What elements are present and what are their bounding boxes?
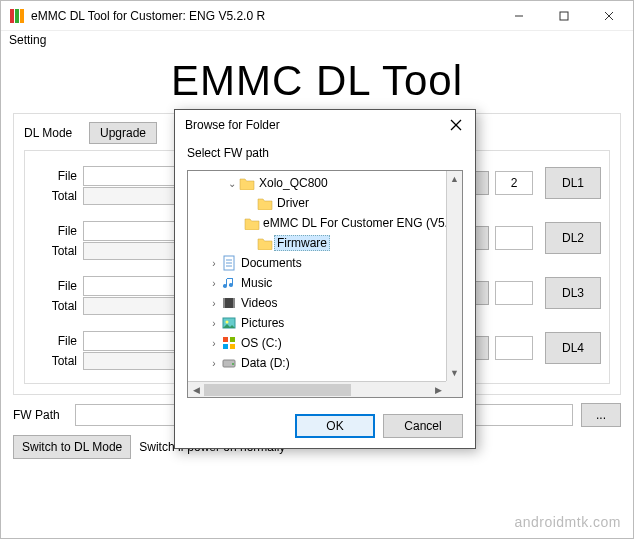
tree-item-label: Documents bbox=[238, 255, 305, 271]
tree-item-label: Driver bbox=[274, 195, 312, 211]
tree-item-label: Xolo_QC800 bbox=[256, 175, 331, 191]
folder-tree: ⌄Xolo_QC800DrivereMMC DL For Customer EN… bbox=[187, 170, 463, 398]
dl1-button[interactable]: DL1 bbox=[545, 167, 601, 199]
svg-rect-1 bbox=[15, 9, 19, 23]
svg-rect-20 bbox=[223, 344, 228, 349]
cancel-button[interactable]: Cancel bbox=[383, 414, 463, 438]
hscroll-thumb[interactable] bbox=[204, 384, 351, 396]
tree-item[interactable]: Driver bbox=[190, 193, 444, 213]
tree-item[interactable]: eMMC DL For Customer ENG (V5.2.0 bbox=[190, 213, 444, 233]
dl3-button[interactable]: DL3 bbox=[545, 277, 601, 309]
menu-setting[interactable]: Setting bbox=[9, 33, 46, 47]
tree-item-label: OS (C:) bbox=[238, 335, 285, 351]
window-title: eMMC DL Tool for Customer: ENG V5.2.0 R bbox=[31, 9, 496, 23]
ok-button[interactable]: OK bbox=[295, 414, 375, 438]
folder-icon bbox=[256, 237, 274, 250]
scroll-up-icon[interactable]: ▲ bbox=[447, 171, 462, 187]
expand-arrow-icon[interactable]: › bbox=[208, 318, 220, 329]
tree-item-label: Pictures bbox=[238, 315, 287, 331]
video-icon bbox=[220, 295, 238, 311]
fw-path-label: FW Path bbox=[13, 408, 67, 422]
pic-icon bbox=[220, 315, 238, 331]
port-box-1: 2 bbox=[495, 171, 533, 195]
port-box-4 bbox=[495, 336, 533, 360]
expand-arrow-icon[interactable]: › bbox=[208, 358, 220, 369]
dl-mode-label: DL Mode bbox=[24, 126, 79, 140]
tree-item[interactable]: ›Videos bbox=[190, 293, 444, 313]
folder-icon bbox=[238, 177, 256, 190]
switch-mode-button[interactable]: Switch to DL Mode bbox=[13, 435, 131, 459]
minimize-button[interactable] bbox=[496, 1, 541, 31]
tree-item[interactable]: ›Documents bbox=[190, 253, 444, 273]
svg-rect-19 bbox=[230, 337, 235, 342]
close-button[interactable] bbox=[586, 1, 631, 31]
dl2-button[interactable]: DL2 bbox=[545, 222, 601, 254]
file-label: File bbox=[33, 334, 83, 348]
expand-arrow-icon[interactable]: ⌄ bbox=[226, 178, 238, 189]
tree-item-label: Data (D:) bbox=[238, 355, 293, 371]
maximize-button[interactable] bbox=[541, 1, 586, 31]
total-label: Total bbox=[33, 189, 83, 203]
tree-item[interactable]: ⌄Xolo_QC800 bbox=[190, 173, 444, 193]
scroll-right-icon[interactable]: ▶ bbox=[430, 382, 446, 397]
tree-item-label: eMMC DL For Customer ENG (V5.2.0 bbox=[260, 215, 446, 231]
doc-icon bbox=[220, 255, 238, 271]
file-label: File bbox=[33, 279, 83, 293]
tree-item[interactable]: Firmware bbox=[190, 233, 444, 253]
svg-point-17 bbox=[226, 321, 229, 324]
tree-vscrollbar[interactable]: ▲ ▼ bbox=[446, 171, 462, 381]
tree-item[interactable]: ›Data (D:) bbox=[190, 353, 444, 373]
expand-arrow-icon[interactable]: › bbox=[208, 278, 220, 289]
tree-hscrollbar[interactable]: ◀ ▶ bbox=[188, 381, 446, 397]
dialog-close-button[interactable] bbox=[441, 112, 471, 138]
tree-item-label: Videos bbox=[238, 295, 280, 311]
svg-rect-4 bbox=[560, 12, 568, 20]
file-label: File bbox=[33, 224, 83, 238]
tree-item[interactable]: ›Music bbox=[190, 273, 444, 293]
watermark: androidmtk.com bbox=[514, 514, 621, 530]
svg-rect-18 bbox=[223, 337, 228, 342]
titlebar: eMMC DL Tool for Customer: ENG V5.2.0 R bbox=[1, 1, 633, 31]
svg-rect-15 bbox=[233, 298, 235, 308]
file-label: File bbox=[33, 169, 83, 183]
tree-item[interactable]: ›OS (C:) bbox=[190, 333, 444, 353]
dialog-title: Browse for Folder bbox=[185, 118, 441, 132]
tree-item-label: Music bbox=[238, 275, 275, 291]
tree-item[interactable]: ›Pictures bbox=[190, 313, 444, 333]
svg-rect-14 bbox=[223, 298, 225, 308]
expand-arrow-icon[interactable]: › bbox=[208, 298, 220, 309]
drive-icon bbox=[220, 355, 238, 371]
menubar: Setting bbox=[1, 31, 633, 51]
scroll-corner bbox=[446, 381, 462, 397]
expand-arrow-icon[interactable]: › bbox=[208, 258, 220, 269]
main-title: EMMC DL Tool bbox=[13, 57, 621, 105]
browse-folder-dialog: Browse for Folder Select FW path ⌄Xolo_Q… bbox=[174, 109, 476, 449]
dl4-button[interactable]: DL4 bbox=[545, 332, 601, 364]
expand-arrow-icon[interactable]: › bbox=[208, 338, 220, 349]
svg-rect-21 bbox=[230, 344, 235, 349]
total-label: Total bbox=[33, 299, 83, 313]
dialog-titlebar: Browse for Folder bbox=[175, 110, 475, 140]
total-label: Total bbox=[33, 354, 83, 368]
svg-point-23 bbox=[232, 363, 234, 365]
os-icon bbox=[220, 335, 238, 351]
dialog-prompt: Select FW path bbox=[187, 146, 463, 160]
port-box-3 bbox=[495, 281, 533, 305]
scroll-down-icon[interactable]: ▼ bbox=[447, 365, 462, 381]
folder-icon bbox=[256, 197, 274, 210]
folder-icon bbox=[244, 217, 260, 230]
port-box-2 bbox=[495, 226, 533, 250]
total-label: Total bbox=[33, 244, 83, 258]
fw-path-browse-button[interactable]: ... bbox=[581, 403, 621, 427]
app-window: eMMC DL Tool for Customer: ENG V5.2.0 R … bbox=[0, 0, 634, 539]
svg-rect-0 bbox=[10, 9, 14, 23]
upgrade-button[interactable]: Upgrade bbox=[89, 122, 157, 144]
svg-rect-2 bbox=[20, 9, 24, 23]
scroll-left-icon[interactable]: ◀ bbox=[188, 382, 204, 397]
app-icon bbox=[9, 8, 25, 24]
music-icon bbox=[220, 275, 238, 291]
tree-item-label: Firmware bbox=[274, 235, 330, 251]
